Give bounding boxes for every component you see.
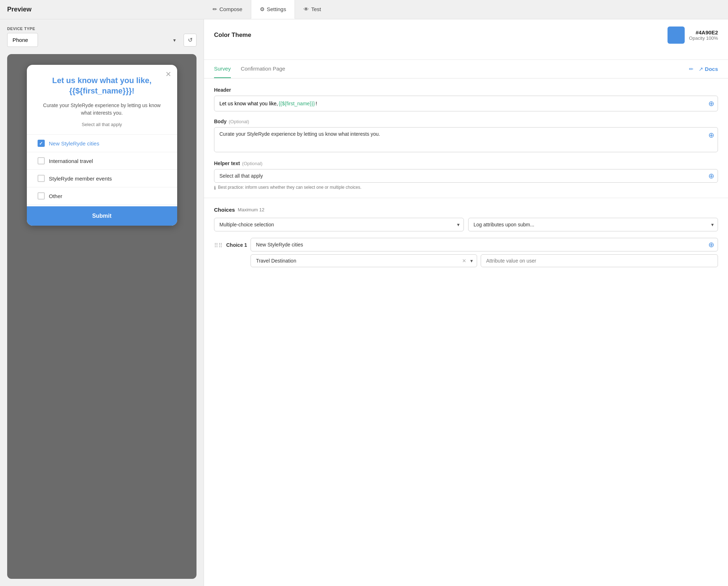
choices-header: Choices Maximum 12 [214, 207, 718, 213]
settings-tab-actions: ✏ ↗ Docs [689, 66, 718, 72]
attribute-select[interactable]: Travel Destination [251, 254, 477, 267]
refresh-button[interactable]: ↺ [184, 34, 196, 47]
gear-icon: ⚙ [260, 6, 264, 13]
checkbox-4[interactable] [38, 192, 45, 200]
helper-text-input-row: ⊕ [214, 169, 718, 183]
choice-1-label-tag: Choice 1 [226, 242, 247, 248]
settings-panel: Color Theme #4A90E2 Opacity 100% Survey … [204, 19, 728, 586]
submit-button[interactable]: Submit [27, 206, 177, 226]
color-opacity: Opacity 100% [689, 35, 718, 41]
settings-body: Header Let us know what you like, {{${fi… [204, 78, 728, 586]
choice-label-4: Other [49, 193, 63, 199]
tab-test[interactable]: 👁 Test [295, 0, 330, 19]
header-add-button[interactable]: ⊕ [708, 99, 714, 108]
body-field-group: Body (Optional) Curate your StyleRyde ex… [214, 119, 718, 153]
checkbox-1[interactable] [38, 140, 45, 147]
attribute-row: Travel Destination ✕ [251, 254, 718, 267]
helper-hint: ℹ Best practice: inform users whether th… [214, 185, 718, 191]
body-textarea-row: Curate your StyleRyde experience by lett… [214, 127, 718, 153]
eye-icon: 👁 [304, 6, 309, 12]
header-text-suffix: ! [316, 101, 317, 106]
header-label: Header [214, 87, 718, 93]
compose-icon: ✏ [213, 6, 217, 13]
phone-mockup-area: ✕ Let us know what you like, {{${first_n… [7, 54, 196, 579]
attribute-clear-icon[interactable]: ✕ [462, 258, 466, 264]
preview-header-spacer: Preview [0, 0, 204, 19]
device-select-wrapper: Phone Tablet Desktop [7, 33, 180, 47]
header-text-var: {{${first_name}}} [278, 101, 315, 106]
checkbox-3[interactable] [38, 175, 45, 182]
body-add-button[interactable]: ⊕ [708, 131, 714, 139]
choice-item-1[interactable]: New StyleRyde cities [27, 135, 177, 152]
tab-settings[interactable]: ⚙ Settings [251, 0, 295, 19]
color-swatch[interactable] [668, 27, 685, 44]
header-input-row: Let us know what you like, {{${first_nam… [214, 96, 718, 111]
choice-label-3: StyleRyde member events [49, 176, 112, 182]
body-label: Body (Optional) [214, 119, 718, 124]
device-select[interactable]: Phone Tablet Desktop [7, 33, 38, 47]
choice-1-add-button[interactable]: ⊕ [708, 240, 714, 249]
close-icon[interactable]: ✕ [165, 70, 171, 78]
drag-icon[interactable]: ⠿⠿ [214, 242, 223, 249]
choice-1-input-col: ⊕ Travel Destination ✕ [251, 238, 718, 267]
helper-text-input[interactable] [214, 169, 718, 183]
attribute-value-input[interactable] [481, 254, 718, 267]
checkbox-2[interactable] [38, 157, 45, 164]
choice-item-2[interactable]: International travel [27, 152, 177, 170]
log-type-wrapper: Log attributes upon subm... Don't log at… [468, 218, 718, 231]
choice-item-3[interactable]: StyleRyde member events [27, 170, 177, 187]
external-link-icon: ↗ [699, 66, 703, 72]
refresh-icon: ↺ [188, 37, 193, 43]
info-icon: ℹ [214, 185, 216, 191]
settings-tabs: Survey Confirmation Page ✏ ↗ Docs [204, 60, 728, 78]
choice-label-1: New StyleRyde cities [49, 140, 100, 146]
log-type-select[interactable]: Log attributes upon subm... Don't log at… [468, 218, 718, 231]
top-nav: ✏ Compose ⚙ Settings 👁 Test [204, 0, 330, 19]
helper-text-label: Helper text (Optional) [214, 160, 718, 166]
survey-preview-header: Let us know what you like, {{${first_nam… [38, 76, 166, 96]
color-theme-label: Color Theme [214, 32, 668, 39]
choice-label-2: International travel [49, 158, 93, 164]
external-link-button[interactable]: ↗ Docs [699, 66, 718, 72]
device-type-label: DEVICE TYPE [7, 27, 196, 31]
header-field-group: Header Let us know what you like, {{${fi… [214, 87, 718, 111]
selection-type-select[interactable]: Multiple-choice selection Single-choice … [214, 218, 464, 231]
selection-type-wrapper: Multiple-choice selection Single-choice … [214, 218, 464, 231]
attribute-select-wrapper: Travel Destination ✕ [251, 254, 477, 267]
helper-text-field-group: Helper text (Optional) ⊕ ℹ Best practice… [214, 160, 718, 191]
helper-text-add-button[interactable]: ⊕ [708, 172, 714, 180]
survey-card: ✕ Let us know what you like, {{${first_n… [27, 65, 177, 226]
choice-1-input[interactable] [251, 238, 718, 251]
survey-preview-helper: Select all that apply [38, 122, 166, 127]
docs-label: Docs [705, 66, 718, 72]
color-hex: #4A90E2 [689, 29, 718, 35]
preview-title: Preview [7, 6, 31, 13]
body-textarea[interactable]: Curate your StyleRyde experience by lett… [214, 127, 718, 152]
color-theme-section: Color Theme #4A90E2 Opacity 100% [204, 19, 728, 60]
choice-item-4[interactable]: Other [27, 187, 177, 205]
tab-survey[interactable]: Survey [214, 60, 231, 78]
tab-confirmation-page[interactable]: Confirmation Page [241, 60, 285, 78]
choice-1-input-field: ⊕ [251, 238, 718, 251]
choice-1-row: ⠿⠿ Choice 1 ⊕ Travel Destination ✕ [214, 238, 718, 267]
header-input[interactable]: Let us know what you like, {{${first_nam… [214, 96, 718, 111]
header-text-plain: Let us know what you like, [219, 101, 278, 106]
tab-compose[interactable]: ✏ Compose [204, 0, 251, 19]
survey-preview-body: Curate your StyleRyde experience by lett… [38, 102, 166, 117]
edit-icon-button[interactable]: ✏ [689, 66, 694, 72]
choices-selects: Multiple-choice selection Single-choice … [214, 218, 718, 231]
